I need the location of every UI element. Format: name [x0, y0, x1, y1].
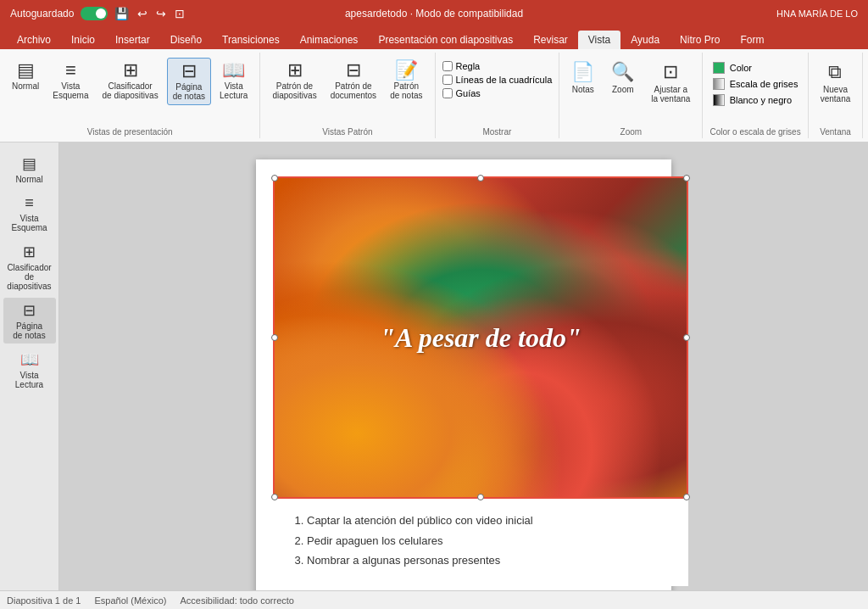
ribbon-btn-zoom[interactable]: 🔍 Zoom [606, 58, 639, 98]
handle-middle-left[interactable] [271, 334, 278, 341]
accessibility-info: Accesibilidad: todo correcto [180, 595, 294, 606]
nueva-ventana-label: Nuevaventana [821, 85, 851, 103]
tab-diseño[interactable]: Diseño [160, 31, 212, 49]
ribbon-group-vistas-presentacion: ▤ Normal ≡ VistaEsquema ⊞ Clasificadorde… [0, 53, 260, 138]
ribbon-btn-nueva-ventana[interactable]: ⧉ Nuevaventana [815, 58, 856, 107]
title-bar-left: Autoguardado 💾 ↩ ↪ ⊡ [10, 7, 185, 20]
ribbon-btn-patron-diapositivas[interactable]: ⊞ Patrón dediapositivas [267, 58, 321, 103]
zoom-buttons: 📄 Notas 🔍 Zoom ⊡ Ajustar ala ventana [566, 54, 695, 107]
regla-label: Regla [456, 61, 481, 71]
left-normal-label: Normal [15, 175, 42, 184]
handle-top-left[interactable] [271, 175, 278, 182]
clasificador-icon: ⊞ [123, 61, 138, 80]
notas-label: Notas [572, 85, 594, 94]
left-pagina-notas-icon: ⊟ [23, 301, 36, 320]
zoom-icon: 🔍 [611, 61, 634, 83]
cuadricula-checkbox[interactable] [442, 75, 453, 85]
clasificador-label: Clasificadorde diapositivas [102, 81, 158, 100]
ventana-buttons: ⧉ Nuevaventana [815, 54, 856, 107]
autosave-label: Autoguardado [10, 8, 74, 20]
handle-bottom-right[interactable] [683, 494, 690, 500]
ribbon-btn-lectura[interactable]: 📖 VistaLectura [214, 58, 253, 103]
checkbox-cuadricula[interactable]: Líneas de la cuadrícula [442, 75, 553, 85]
ribbon-btn-ajustar[interactable]: ⊡ Ajustar ala ventana [646, 58, 695, 107]
tab-insertar[interactable]: Insertar [105, 31, 160, 49]
color-option-color[interactable]: Color [710, 61, 801, 75]
tab-ayuda[interactable]: Ayuda [620, 31, 670, 49]
slide-image: "A pesar de todo" [275, 178, 687, 497]
lectura-label: VistaLectura [220, 81, 248, 100]
tab-animaciones[interactable]: Animaciones [290, 31, 369, 49]
handle-bottom-left[interactable] [271, 494, 278, 500]
patron-documentos-icon: ⊟ [346, 61, 361, 80]
redo-icon[interactable]: ↪ [156, 7, 166, 20]
group-title-color: Color o escala de grises [709, 124, 800, 137]
left-clasificador-icon: ⊞ [23, 243, 36, 261]
regla-checkbox[interactable] [442, 61, 453, 71]
normal-icon: ▤ [17, 61, 35, 80]
patron-notas-label: Patrónde notas [390, 81, 422, 100]
tab-transiciones[interactable]: Transiciones [212, 31, 290, 49]
color-option-grises[interactable]: Escala de grises [710, 77, 801, 91]
guias-checkbox[interactable] [442, 88, 453, 98]
slide-container: "A pesar de todo" Captar la atención del… [256, 159, 671, 603]
left-view-clasificador[interactable]: ⊞ Clasificadorde diapositivas [3, 239, 56, 294]
ribbon-group-ventana: ⧉ Nuevaventana Ventana [809, 53, 864, 138]
ribbon-btn-normal[interactable]: ▤ Normal [7, 58, 44, 94]
color-label-color: Color [730, 63, 752, 73]
checkbox-regla[interactable]: Regla [442, 61, 553, 71]
save-icon[interactable]: 💾 [114, 7, 129, 20]
color-option-bn[interactable]: Blanco y negro [710, 93, 801, 107]
checkbox-guias[interactable]: Guías [442, 88, 553, 98]
group-title-ventana: Ventana [820, 124, 851, 137]
handle-middle-right[interactable] [683, 334, 690, 341]
tab-revisar[interactable]: Revisar [523, 31, 578, 49]
handle-bottom-center[interactable] [477, 494, 484, 500]
handle-top-center[interactable] [477, 175, 484, 182]
customize-icon[interactable]: ⊡ [175, 7, 185, 20]
ribbon-btn-patron-documentos[interactable]: ⊟ Patrón dedocumentos [326, 58, 381, 103]
left-esquema-label: VistaEsquema [11, 214, 47, 232]
notes-item-1: Captar la atención del público con video… [307, 512, 671, 529]
ribbon-btn-clasificador[interactable]: ⊞ Clasificadorde diapositivas [97, 58, 163, 103]
patron-documentos-label: Patrón dedocumentos [331, 81, 376, 100]
notes-list: Captar la atención del público con video… [290, 512, 671, 569]
tab-vista[interactable]: Vista [578, 31, 620, 49]
nueva-ventana-icon: ⧉ [828, 61, 842, 83]
left-view-normal[interactable]: ▤ Normal [3, 151, 56, 187]
ribbon-btn-pagina-notas[interactable]: ⊟ Páginade notas [167, 58, 211, 105]
quick-access-toolbar: 💾 ↩ ↪ ⊡ [114, 7, 185, 20]
tab-nitro[interactable]: Nitro Pro [670, 31, 730, 49]
ribbon-group-mostrar: Regla Líneas de la cuadrícula Guías Most… [436, 53, 560, 138]
ribbon-group-zoom: 📄 Notas 🔍 Zoom ⊡ Ajustar ala ventana Zoo… [559, 53, 703, 138]
ribbon-btn-notas[interactable]: 📄 Notas [566, 58, 599, 98]
color-swatch-bn [713, 94, 725, 106]
toggle-knob [96, 8, 106, 19]
left-lectura-icon: 📖 [20, 350, 39, 369]
status-bar: Diapositiva 1 de 1 Español (México) Acce… [0, 590, 868, 609]
lang-info: Español (México) [94, 595, 166, 606]
group-title-zoom: Zoom [620, 124, 643, 137]
color-swatch-grises [713, 78, 725, 90]
patron-diapositivas-label: Patrón dediapositivas [272, 81, 316, 100]
pagina-notas-label: Páginade notas [173, 82, 205, 101]
image-frame[interactable]: "A pesar de todo" [273, 176, 688, 499]
notes-area: Captar la atención del público con video… [273, 499, 688, 586]
handle-top-right[interactable] [683, 175, 690, 182]
notes-item-2: Pedir apaguen los celulares [307, 533, 671, 550]
tab-presentacion[interactable]: Presentación con diapositivas [368, 31, 523, 49]
ribbon-btn-patron-notas[interactable]: 📝 Patrónde notas [385, 58, 427, 103]
undo-icon[interactable]: ↩ [137, 7, 147, 20]
left-view-pagina-notas[interactable]: ⊟ Páginade notas [3, 298, 56, 344]
left-view-esquema[interactable]: ≡ VistaEsquema [3, 191, 56, 236]
pagina-notas-icon: ⊟ [181, 62, 197, 81]
tab-inicio[interactable]: Inicio [61, 31, 105, 49]
autosave-toggle[interactable] [81, 7, 108, 20]
guias-label: Guías [456, 88, 481, 98]
group-title-vistas-patron: Vistas Patrón [322, 124, 372, 137]
ribbon-btn-esquema[interactable]: ≡ VistaEsquema [47, 58, 93, 103]
left-view-lectura[interactable]: 📖 VistaLectura [3, 347, 56, 393]
tab-archivo[interactable]: Archivo [7, 31, 61, 49]
tab-form[interactable]: Form [730, 31, 774, 49]
color-label-bn: Blanco y negro [730, 95, 792, 105]
